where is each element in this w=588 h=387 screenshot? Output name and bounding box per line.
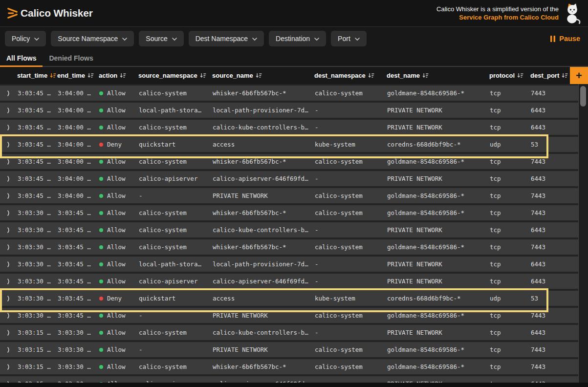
sort-icon[interactable] bbox=[256, 73, 262, 79]
column-header-source-namespace[interactable]: source_namespace bbox=[136, 72, 210, 79]
vertical-scrollbar[interactable] bbox=[578, 84, 588, 383]
cell-dest-name: goldmane-8548c69586-* bbox=[384, 192, 487, 199]
flow-row[interactable]: 3:03:45 … 3:04:00 … Allow local-path-sto… bbox=[0, 103, 578, 118]
cell-dest-port: 53 bbox=[528, 295, 570, 302]
expand-chevron-icon[interactable] bbox=[0, 313, 15, 319]
cell-dest-port: 7443 bbox=[528, 192, 570, 199]
expand-chevron-icon[interactable] bbox=[0, 244, 15, 250]
expand-chevron-icon[interactable] bbox=[0, 261, 15, 267]
flow-row[interactable]: 3:03:45 … 3:04:00 … Allow calico-system … bbox=[0, 86, 578, 101]
cell-start-time: 3:03:30 … bbox=[15, 226, 55, 234]
expand-chevron-icon[interactable] bbox=[0, 108, 15, 113]
flow-row[interactable]: 3:03:15 … 3:03:30 … Allow calico-apiserv… bbox=[0, 376, 578, 383]
cell-dest-port: 6443 bbox=[528, 124, 570, 131]
cell-dest-namespace: calico-system bbox=[312, 209, 384, 216]
action-label: Allow bbox=[107, 312, 126, 319]
cell-dest-namespace: - bbox=[312, 329, 384, 336]
cell-source-namespace: calico-system bbox=[136, 363, 210, 370]
expand-chevron-icon[interactable] bbox=[0, 227, 15, 233]
cell-action: Deny bbox=[96, 295, 136, 302]
flow-row[interactable]: 3:03:30 … 3:03:45 … Deny quickstart acce… bbox=[0, 291, 578, 306]
scrollbar-thumb[interactable] bbox=[580, 86, 586, 107]
expand-chevron-icon[interactable] bbox=[0, 364, 15, 370]
filter-button-policy[interactable]: Policy bbox=[5, 31, 46, 46]
cell-source-namespace: - bbox=[136, 192, 210, 199]
action-status-dot bbox=[99, 91, 103, 95]
cell-start-time: 3:03:30 … bbox=[15, 209, 55, 216]
action-status-dot bbox=[99, 194, 103, 198]
sort-icon[interactable] bbox=[517, 73, 523, 79]
filter-button-dest-namespace[interactable]: Dest Namespace bbox=[189, 31, 264, 46]
cell-dest-port: 7443 bbox=[528, 243, 570, 251]
column-header-protocol[interactable]: protocol bbox=[487, 72, 528, 79]
sort-icon[interactable] bbox=[422, 73, 429, 79]
expand-chevron-icon[interactable] bbox=[0, 330, 15, 336]
cell-source-namespace: local-path-stora… bbox=[136, 107, 210, 114]
flow-row[interactable]: 3:03:45 … 3:04:00 … Deny quickstart acce… bbox=[0, 137, 578, 152]
flow-row[interactable]: 3:03:30 … 3:03:45 … Allow - PRIVATE NETW… bbox=[0, 308, 578, 323]
flow-row[interactable]: 3:03:30 … 3:03:45 … Allow calico-apiserv… bbox=[0, 274, 578, 289]
filter-button-port[interactable]: Port bbox=[331, 31, 367, 46]
flow-row[interactable]: 3:03:30 … 3:03:45 … Allow local-path-sto… bbox=[0, 257, 578, 272]
expand-chevron-icon[interactable] bbox=[0, 125, 15, 130]
tab-denied-flows[interactable]: Denied Flows bbox=[43, 50, 99, 67]
pause-button[interactable]: Pause bbox=[550, 35, 580, 43]
cell-protocol: tcp bbox=[487, 260, 528, 268]
action-label: Allow bbox=[107, 226, 126, 234]
column-header-label: dest_name bbox=[387, 72, 420, 79]
column-header-start-time[interactable]: start_time bbox=[15, 72, 55, 79]
filter-button-label: Dest Namespace bbox=[196, 35, 248, 43]
filter-button-source-namespace[interactable]: Source Namespace bbox=[51, 31, 134, 46]
flow-row[interactable]: 3:03:15 … 3:03:30 … Allow calico-system … bbox=[0, 325, 578, 340]
add-column-button[interactable]: + bbox=[570, 67, 588, 84]
expand-chevron-icon[interactable] bbox=[0, 90, 15, 96]
action-label: Allow bbox=[107, 346, 126, 353]
flow-row[interactable]: 3:03:15 … 3:03:30 … Allow - PRIVATE NETW… bbox=[0, 342, 578, 357]
service-graph-link[interactable]: Service Graph from Calico Cloud bbox=[436, 13, 559, 22]
column-header-action[interactable]: action bbox=[96, 72, 136, 79]
flow-row[interactable]: 3:03:45 … 3:04:00 … Allow calico-apiserv… bbox=[0, 171, 578, 186]
action-status-dot bbox=[99, 314, 103, 318]
flow-row[interactable]: 3:03:30 … 3:03:45 … Allow calico-system … bbox=[0, 239, 578, 255]
sort-icon[interactable] bbox=[562, 73, 568, 79]
column-header-end-time[interactable]: end_time bbox=[55, 72, 96, 79]
filter-button-label: Policy bbox=[12, 35, 30, 43]
column-header-dest-name[interactable]: dest_name bbox=[384, 72, 487, 79]
cell-dest-port: 6443 bbox=[528, 175, 570, 182]
column-header-dest-port[interactable]: dest_port bbox=[528, 72, 570, 79]
chevron-down-icon bbox=[172, 38, 177, 41]
sort-icon[interactable] bbox=[120, 73, 126, 79]
expand-chevron-icon[interactable] bbox=[0, 279, 15, 284]
flow-row[interactable]: 3:03:15 … 3:03:30 … Allow calico-system … bbox=[0, 359, 578, 374]
flow-row[interactable]: 3:03:30 … 3:03:45 … Allow calico-system … bbox=[0, 222, 578, 237]
expand-chevron-icon[interactable] bbox=[0, 296, 15, 301]
sort-icon[interactable] bbox=[87, 73, 94, 79]
expand-chevron-icon[interactable] bbox=[0, 193, 15, 199]
cell-dest-namespace: - bbox=[312, 260, 384, 268]
cell-dest-namespace: - bbox=[312, 226, 384, 234]
column-header-label: start_time bbox=[17, 72, 47, 79]
tab-all-flows[interactable]: All Flows bbox=[0, 50, 43, 67]
expand-chevron-icon[interactable] bbox=[0, 210, 15, 216]
column-header-source-name[interactable]: source_name bbox=[210, 72, 312, 79]
expand-chevron-icon[interactable] bbox=[0, 176, 15, 182]
cell-dest-name: goldmane-8548c69586-* bbox=[384, 312, 487, 319]
cell-end-time: 3:03:45 … bbox=[55, 312, 96, 319]
flow-row[interactable]: 3:03:45 … 3:04:00 … Allow calico-system … bbox=[0, 154, 578, 169]
flow-row[interactable]: 3:03:45 … 3:04:00 … Allow - PRIVATE NETW… bbox=[0, 188, 578, 203]
filter-button-source[interactable]: Source bbox=[139, 31, 183, 46]
expand-chevron-icon[interactable] bbox=[0, 159, 15, 165]
cell-start-time: 3:03:15 … bbox=[15, 329, 55, 336]
tagline: Calico Whisker is a simplified version o… bbox=[436, 2, 581, 24]
expand-chevron-icon[interactable] bbox=[0, 142, 15, 148]
column-header-dest-namespace[interactable]: dest_namespace bbox=[312, 72, 384, 79]
flow-row[interactable]: 3:03:30 … 3:03:45 … Allow calico-system … bbox=[0, 205, 578, 220]
flow-row[interactable]: 3:03:45 … 3:04:00 … Allow calico-system … bbox=[0, 120, 578, 135]
filter-button-destination[interactable]: Destination bbox=[269, 31, 326, 46]
cell-dest-namespace: calico-system bbox=[312, 346, 384, 353]
sort-icon[interactable] bbox=[368, 73, 374, 79]
cell-dest-namespace: - bbox=[312, 175, 384, 182]
sort-icon[interactable] bbox=[200, 73, 206, 79]
expand-chevron-icon[interactable] bbox=[0, 347, 15, 353]
cell-dest-name: goldmane-8548c69586-* bbox=[384, 243, 487, 251]
